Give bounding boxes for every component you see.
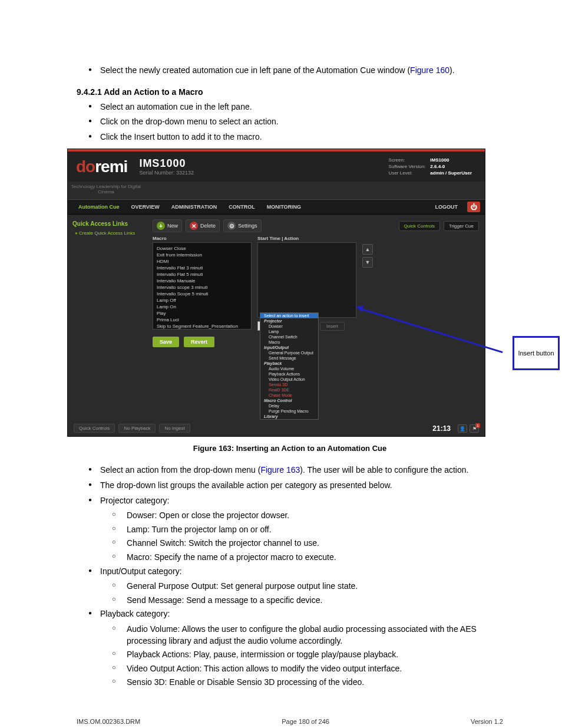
sub-bullet: Playback Actions: Play, pause, intermiss… [112, 649, 503, 661]
user-icon[interactable]: 👤 [458, 424, 467, 433]
sub-bullet: Video Output Action: This action allows … [112, 663, 503, 675]
figure-link[interactable]: Figure 163 [260, 465, 300, 475]
sub-bullet: General Purpose Output: Set general purp… [112, 581, 503, 592]
dropdown-option[interactable]: Macro [260, 340, 318, 345]
macro-list-item[interactable]: Lamp On [153, 304, 251, 310]
quick-access-heading: Quick Access Links [72, 220, 146, 227]
dropdown-option[interactable]: Dowser [260, 324, 318, 329]
macro-list-item[interactable]: Lamp Off [153, 297, 251, 304]
move-up-button[interactable]: ▲ [362, 244, 373, 255]
main-toolbar: +New ✕Delete ⚙Settings Quick Controls Tr… [153, 219, 479, 232]
macro-list-item[interactable]: Intervallo Scope 5 minuti [153, 291, 251, 297]
dropdown-option[interactable]: Projector [260, 318, 318, 324]
new-button[interactable]: +New [153, 219, 182, 232]
dropdown-option[interactable]: Macro Control [260, 398, 318, 403]
macro-list-item[interactable]: Dowser Close [153, 245, 251, 252]
step-bullet: Click the Insert button to add it to the… [88, 131, 503, 143]
notification-badge: 1 [475, 423, 480, 428]
action-dropdown-list[interactable]: Select an action to insertProjectorDowse… [260, 312, 319, 420]
macro-list-item[interactable]: Intervallo Flat 3 minuti [153, 265, 251, 271]
desc-bullet: Select an action from the drop-down menu… [88, 465, 503, 476]
footer-page-num: Page 180 of 246 [282, 718, 329, 725]
dropdown-option[interactable]: Lamp [260, 329, 318, 334]
sub-bullet: Send Message: Send a message to a specif… [112, 595, 503, 607]
header-info-label: Screen: [389, 157, 429, 163]
footer-ingest-status[interactable]: No Ingest [159, 424, 190, 433]
dropdown-option[interactable]: Library [260, 414, 318, 419]
sub-bullet: Dowser: Open or close the projector dows… [112, 510, 503, 522]
settings-button[interactable]: ⚙Settings [223, 219, 262, 232]
macro-list-item[interactable]: Intervallo scope 3 minuti [153, 284, 251, 291]
dropdown-option[interactable]: RealD 3DE [260, 387, 318, 393]
logout-button[interactable]: LOGOUT [429, 199, 464, 215]
trigger-cue-button[interactable]: Trigger Cue [444, 221, 479, 231]
callout-label: Insert button [513, 336, 560, 370]
footer-quick-controls[interactable]: Quick Controls [74, 424, 115, 433]
dropdown-option[interactable]: Audio Volume [260, 366, 318, 371]
dropdown-option[interactable]: Playback Actions [260, 371, 318, 377]
action-panel [257, 242, 356, 318]
macro-list-item[interactable]: Play [153, 310, 251, 317]
tab-item[interactable]: MONITORING [261, 199, 307, 215]
header-info-value: 2.6.4-0 [430, 164, 475, 169]
dropdown-option[interactable]: Video Output Action [260, 377, 318, 382]
macro-list-item[interactable]: Intervallo Flat 5 minuti [153, 271, 251, 278]
text: Select the newly created automation cue … [100, 65, 410, 75]
dropdown-option[interactable]: Sensio 3D [260, 382, 318, 387]
dropdown-option[interactable]: Purge Pending Macro [260, 409, 318, 414]
macro-list-item[interactable]: Prima Luci [153, 317, 251, 323]
tab-item[interactable]: OVERVIEW [125, 199, 166, 215]
sub-bullets: Audio Volume: Allows the user to configu… [88, 624, 503, 689]
figure-caption: Figure 163: Inserting an Action to an Au… [77, 444, 503, 453]
tab-item[interactable]: ADMINISTRATION [166, 199, 223, 215]
tagline: Technology Leadership for Digital Cinema [68, 182, 144, 199]
header-info-label: Software Version: [389, 164, 429, 169]
macro-column: Macro Dowser CloseExit from Intermission… [153, 236, 252, 347]
delete-button[interactable]: ✕Delete [186, 219, 220, 232]
desc-bullet: Playback category: [88, 608, 503, 620]
footer-doc-id: IMS.OM.002363.DRM [77, 718, 140, 725]
app-header: doremi IMS1000 Serial Number: 332132 Scr… [68, 151, 485, 182]
dropdown-option[interactable]: Select an action to insert [260, 313, 318, 318]
sub-bullet: Lamp: Turn the projector lamp on or off. [112, 524, 503, 536]
sub-bullet: Channel Switch: Switch the projector cha… [112, 538, 503, 549]
macro-list-item[interactable]: Intervallo Manuale [153, 278, 251, 284]
figure-link[interactable]: Figure 160 [410, 65, 449, 75]
desc-bullet: Projector category: [88, 495, 503, 507]
save-button[interactable]: Save [153, 337, 179, 347]
quick-controls-button[interactable]: Quick Controls [399, 221, 440, 231]
gear-icon: ⚙ [227, 222, 236, 230]
dropdown-option[interactable]: Send Message [260, 355, 318, 361]
dropdown-option[interactable]: Input/Output [260, 345, 318, 350]
sub-bullet: Audio Volume: Allows the user to configu… [112, 624, 503, 647]
dropdown-option[interactable]: Playback [260, 361, 318, 366]
dropdown-option[interactable]: Channel Switch [260, 334, 318, 340]
footer-version: Version 1.2 [471, 718, 503, 725]
macro-list-item[interactable]: HDMI [153, 258, 251, 265]
header-info-value: IMS1000 [430, 157, 475, 163]
tab-automation-cue[interactable]: Automation Cue [72, 199, 125, 215]
tab-bar: Automation Cue OVERVIEWADMINISTRATIONCON… [68, 199, 485, 215]
app-body: Quick Access Links Create Quick Access L… [68, 215, 485, 391]
desc-bullet: Input/Output category: [88, 566, 503, 578]
description-bullets: Select an action from the drop-down menu… [77, 465, 503, 689]
dropdown-option[interactable]: Delay [260, 403, 318, 409]
macro-list-item[interactable]: Skip to Segment Feature_Presentation [153, 323, 251, 330]
move-down-button[interactable]: ▼ [362, 257, 373, 268]
dropdown-option[interactable]: Chase Mode [260, 393, 318, 398]
revert-button[interactable]: Revert [184, 337, 214, 347]
delete-icon: ✕ [190, 222, 198, 230]
create-quick-access-link[interactable]: Create Quick Access Links [72, 230, 146, 236]
sub-bullets: Dowser: Open or close the projector dows… [88, 510, 503, 563]
header-info-label: User Level: [389, 170, 429, 176]
insert-button[interactable]: Insert [320, 322, 345, 331]
macro-list-item[interactable]: Exit from Intermission [153, 252, 251, 258]
footer-playback-status[interactable]: No Playback [118, 424, 156, 433]
dropdown-option[interactable]: General Purpose Output [260, 350, 318, 355]
section-heading: 9.4.2.1 Add an Action to a Macro [77, 87, 503, 97]
flag-icon[interactable]: ⚑1 [470, 424, 479, 433]
power-icon[interactable]: ⏻ [467, 202, 480, 212]
tab-item[interactable]: CONTROL [223, 199, 261, 215]
serial-line: Serial Number: 332132 [139, 170, 194, 176]
macro-listbox[interactable]: Dowser CloseExit from IntermissionHDMIIn… [153, 242, 252, 330]
